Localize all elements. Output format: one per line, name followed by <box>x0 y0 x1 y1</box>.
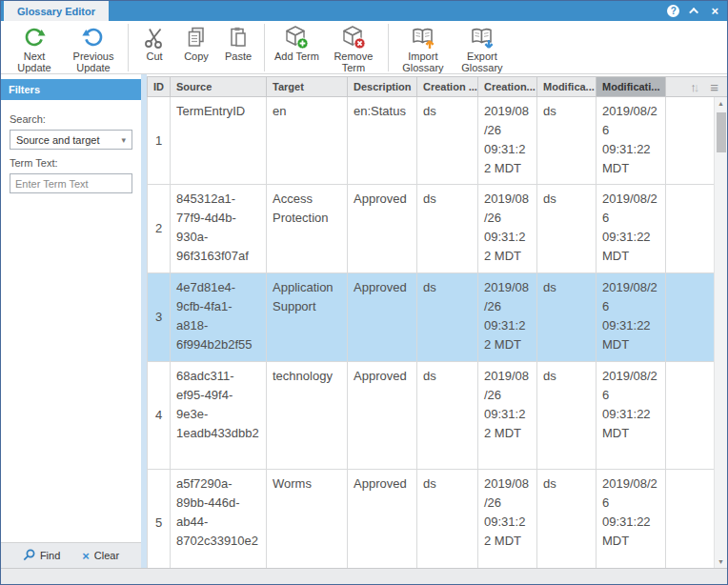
cell-id[interactable]: 1 <box>147 97 171 185</box>
column-header-source[interactable]: Source <box>171 77 267 96</box>
toolbar-label: Paste <box>225 50 252 62</box>
main-area: Filters Search: Source and target ▾ Term… <box>1 74 727 568</box>
cell-source[interactable]: 68adc311-ef95-49f4-9e3e-1eadb433dbb2 <box>171 362 267 470</box>
cell-creation-user[interactable]: ds <box>417 362 478 470</box>
cell-modification-date[interactable]: 2019/08/26 09:31:22 MDT <box>597 470 666 568</box>
cell-target[interactable]: en <box>267 97 348 185</box>
cell-filler[interactable] <box>666 273 714 362</box>
scrollbar-thumb[interactable] <box>717 112 726 152</box>
column-header-id[interactable]: ID <box>147 77 171 96</box>
table-row[interactable]: 4 68adc311-ef95-49f4-9e3e-1eadb433dbb2 t… <box>147 362 714 470</box>
cell-id[interactable]: 5 <box>147 470 171 568</box>
sort-icon[interactable]: ↑↓ <box>690 80 699 94</box>
cell-modification-date[interactable]: 2019/08/26 09:31:22 MDT <box>597 362 666 470</box>
toolbar-label: Import Glossary <box>398 50 448 73</box>
table-row[interactable]: 2 845312a1-77f9-4d4b-930a-96f3163f07af A… <box>147 185 714 273</box>
column-menu-icon[interactable]: ≡ <box>710 79 718 95</box>
titlebar: Glossary Editor ? × <box>1 1 727 21</box>
table-row[interactable]: 5 a5f7290a-89bb-446d-ab44-8702c33910e2 W… <box>147 470 714 568</box>
glossary-table: ID Source Target Description Creation ..… <box>147 74 727 568</box>
cell-modification-user[interactable]: ds <box>537 470 597 568</box>
cell-creation-date[interactable]: 2019/08/26 09:31:22 MDT <box>478 362 537 470</box>
scroll-down-icon[interactable]: ▼ <box>718 555 724 568</box>
cell-modification-user[interactable]: ds <box>537 97 597 185</box>
cell-id[interactable]: 3 <box>147 273 171 362</box>
cell-modification-date[interactable]: 2019/08/26 09:31:22 MDT <box>597 97 666 185</box>
cell-filler[interactable] <box>666 97 714 185</box>
table-row[interactable]: 1 TermEntryID en en:Status ds 2019/08/26… <box>147 97 714 185</box>
cell-creation-date[interactable]: 2019/08/26 09:31:22 MDT <box>478 97 537 185</box>
remove-term-button[interactable]: Remove Term <box>324 23 383 73</box>
toolbar-label: Copy <box>184 50 209 62</box>
cell-source[interactable]: 4e7d81e4-9cfb-4fa1-a818-6f994b2b2f55 <box>171 273 267 362</box>
column-header-modification-user[interactable]: Modifica... <box>537 77 597 96</box>
cell-description[interactable]: Approved <box>348 185 417 273</box>
export-glossary-button[interactable]: Export Glossary <box>453 23 512 73</box>
cell-creation-date[interactable]: 2019/08/26 09:31:22 MDT <box>478 273 537 362</box>
toolbar-label: Remove Term <box>329 50 378 73</box>
help-icon[interactable]: ? <box>667 5 679 17</box>
term-text-input[interactable] <box>10 173 132 193</box>
cell-description[interactable]: Approved <box>348 273 417 362</box>
cell-description[interactable]: Approved <box>348 470 417 568</box>
export-glossary-icon <box>470 25 495 50</box>
next-update-icon <box>23 25 46 50</box>
column-header-description[interactable]: Description <box>348 77 417 96</box>
cell-filler[interactable] <box>666 362 714 470</box>
cell-creation-date[interactable]: 2019/08/26 09:31:22 MDT <box>478 470 537 568</box>
collapse-icon[interactable] <box>690 8 699 17</box>
toolbar-label: Previous Update <box>69 50 118 73</box>
cell-target[interactable]: Application Support <box>267 273 348 362</box>
tab-glossary-editor[interactable]: Glossary Editor <box>4 1 109 21</box>
cell-target[interactable]: Access Protection <box>267 185 348 273</box>
cell-id[interactable]: 2 <box>147 185 171 273</box>
table-body: 1 TermEntryID en en:Status ds 2019/08/26… <box>147 97 727 568</box>
next-update-button[interactable]: Next Update <box>5 23 64 73</box>
cell-modification-user[interactable]: ds <box>537 185 597 273</box>
previous-update-button[interactable]: Previous Update <box>64 23 123 73</box>
toolbar-separator <box>388 24 389 71</box>
filters-footer: Find × Clear <box>1 542 141 568</box>
cell-creation-user[interactable]: ds <box>417 470 478 568</box>
cell-target[interactable]: technology <box>267 362 348 470</box>
cell-filler[interactable] <box>666 470 714 568</box>
glossary-editor-window: Glossary Editor ? × Next Update <box>0 0 728 585</box>
import-glossary-button[interactable]: Import Glossary <box>394 23 453 73</box>
cell-modification-user[interactable]: ds <box>537 273 597 362</box>
cell-id[interactable]: 4 <box>147 362 171 470</box>
cell-source[interactable]: 845312a1-77f9-4d4b-930a-96f3163f07af <box>171 185 267 273</box>
cell-modification-user[interactable]: ds <box>537 362 597 470</box>
add-term-button[interactable]: Add Term <box>270 23 324 73</box>
cell-creation-user[interactable]: ds <box>417 185 478 273</box>
copy-button[interactable]: Copy <box>175 23 217 73</box>
paste-button[interactable]: Paste <box>217 23 259 73</box>
clear-button[interactable]: × Clear <box>82 550 119 562</box>
vertical-scrollbar[interactable]: ▲ ▼ <box>714 97 727 568</box>
cell-creation-date[interactable]: 2019/08/26 09:31:22 MDT <box>478 185 537 273</box>
search-mode-dropdown[interactable]: Source and target ▾ <box>10 130 132 150</box>
cell-filler[interactable] <box>666 185 714 273</box>
column-header-creation-date[interactable]: Creation... <box>478 77 537 96</box>
column-header-creation-user[interactable]: Creation ... <box>417 77 478 96</box>
remove-term-icon <box>341 25 366 50</box>
toolbar-separator <box>128 24 129 71</box>
cell-source[interactable]: a5f7290a-89bb-446d-ab44-8702c33910e2 <box>171 470 267 568</box>
find-button[interactable]: Find <box>23 549 60 563</box>
toolbar: Next Update Previous Update Cu <box>1 21 727 74</box>
close-icon[interactable]: × <box>711 5 718 17</box>
cell-description[interactable]: Approved <box>348 362 417 470</box>
cell-modification-date[interactable]: 2019/08/26 09:31:22 MDT <box>597 185 666 273</box>
cell-source[interactable]: TermEntryID <box>171 97 267 185</box>
scroll-up-icon[interactable]: ▲ <box>718 97 724 110</box>
search-mode-value: Source and target <box>16 134 99 146</box>
table-row-selected[interactable]: 3 4e7d81e4-9cfb-4fa1-a818-6f994b2b2f55 A… <box>147 273 714 362</box>
column-header-modification-date[interactable]: Modificati... <box>597 77 666 96</box>
column-header-target[interactable]: Target <box>267 77 348 96</box>
cell-creation-user[interactable]: ds <box>417 273 478 362</box>
cut-button[interactable]: Cut <box>133 23 175 73</box>
cell-description[interactable]: en:Status <box>348 97 417 185</box>
cell-modification-date[interactable]: 2019/08/26 09:31:22 MDT <box>597 273 666 362</box>
cell-creation-user[interactable]: ds <box>417 97 478 185</box>
clear-label: Clear <box>94 550 119 561</box>
cell-target[interactable]: Worms <box>267 470 348 568</box>
